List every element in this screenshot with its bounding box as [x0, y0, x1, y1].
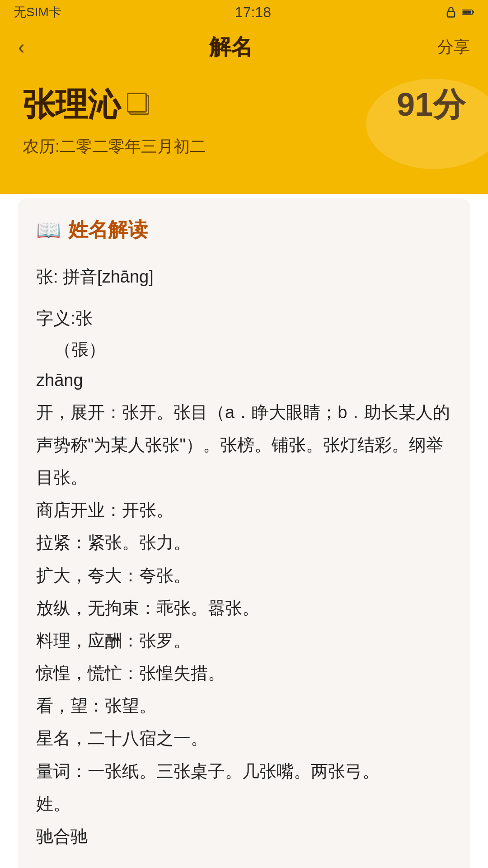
status-carrier: 无SIM卡 — [14, 4, 61, 21]
svg-rect-0 — [447, 12, 455, 17]
lock-icon — [445, 6, 457, 19]
romanized: zhāng — [36, 365, 452, 396]
svg-rect-3 — [473, 11, 474, 14]
status-time: 17:18 — [235, 4, 271, 21]
content-block: 张: 拼音[zhāng] 字义:张 （張） zhāng 开，展开：张开。张目（a… — [36, 261, 452, 853]
status-bar: 无SIM卡 17:18 — [0, 0, 488, 24]
share-button[interactable]: 分享 — [437, 36, 470, 58]
svg-rect-2 — [462, 11, 471, 14]
definitions: 开，展开：张开。张目（a．睁大眼睛；b．助长某人的声势称"为某人张张"）。张榜。… — [36, 396, 452, 853]
status-icons — [445, 6, 474, 19]
book-icon: 📖 — [36, 218, 61, 242]
traditional-form: （張） — [36, 334, 452, 365]
header: ‹ 解名 分享 — [0, 24, 488, 70]
pinyin-line: 张: 拼音[zhāng] — [36, 261, 452, 292]
copy-icon[interactable] — [129, 95, 149, 115]
hero-section: 张理沁 91分 农历:二零二零年三月初二 — [0, 70, 488, 194]
meaning-title: 字义:张 — [36, 303, 452, 334]
back-button[interactable]: ‹ — [18, 36, 25, 58]
battery-icon — [462, 6, 474, 19]
section-title: 姓名解读 — [68, 217, 148, 243]
char-entry-zhang: 张: 拼音[zhāng] 字义:张 （張） zhāng 开，展开：张开。张目（a… — [36, 261, 452, 853]
hero-name-left: 张理沁 — [23, 83, 149, 127]
page-title: 解名 — [209, 33, 253, 61]
hero-name: 张理沁 — [23, 83, 120, 127]
content-wrapper: 📖 姓名解读 张: 拼音[zhāng] 字义:张 （張） zhāng 开，展开：… — [0, 176, 488, 868]
section-card: 📖 姓名解读 张: 拼音[zhāng] 字义:张 （張） zhāng 开，展开：… — [18, 198, 470, 868]
section-header: 📖 姓名解读 — [36, 217, 452, 243]
